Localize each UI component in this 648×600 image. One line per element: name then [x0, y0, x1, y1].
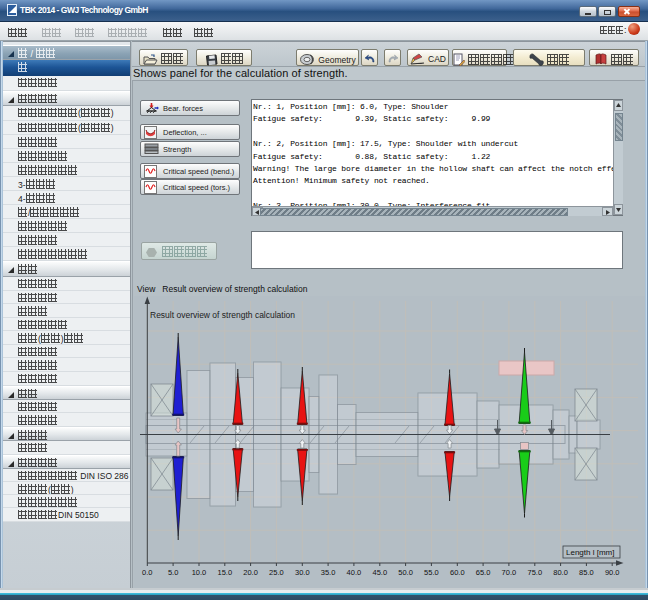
svg-text:40.0: 40.0 — [347, 568, 362, 577]
svg-text:70.0: 70.0 — [502, 568, 517, 577]
svg-text:30.0: 30.0 — [295, 568, 310, 577]
svg-text:Length l [mm]: Length l [mm] — [566, 548, 614, 557]
svg-text:75.0: 75.0 — [527, 568, 542, 577]
svg-text:45.0: 45.0 — [372, 568, 387, 577]
svg-text:90.0: 90.0 — [605, 568, 620, 577]
svg-text:0.0: 0.0 — [142, 568, 152, 577]
svg-text:25.0: 25.0 — [269, 568, 284, 577]
svg-text:35.0: 35.0 — [321, 568, 336, 577]
svg-text:15.0: 15.0 — [217, 568, 232, 577]
svg-text:20.0: 20.0 — [243, 568, 258, 577]
svg-text:50.0: 50.0 — [398, 568, 413, 577]
svg-text:60.0: 60.0 — [450, 568, 465, 577]
svg-text:80.0: 80.0 — [553, 568, 568, 577]
svg-text:85.0: 85.0 — [579, 568, 594, 577]
svg-text:55.0: 55.0 — [424, 568, 439, 577]
svg-text:10.0: 10.0 — [192, 568, 207, 577]
svg-text:Result overview of strength ca: Result overview of strength calculation — [150, 310, 295, 320]
svg-text:5.0: 5.0 — [168, 568, 178, 577]
svg-text:65.0: 65.0 — [476, 568, 491, 577]
